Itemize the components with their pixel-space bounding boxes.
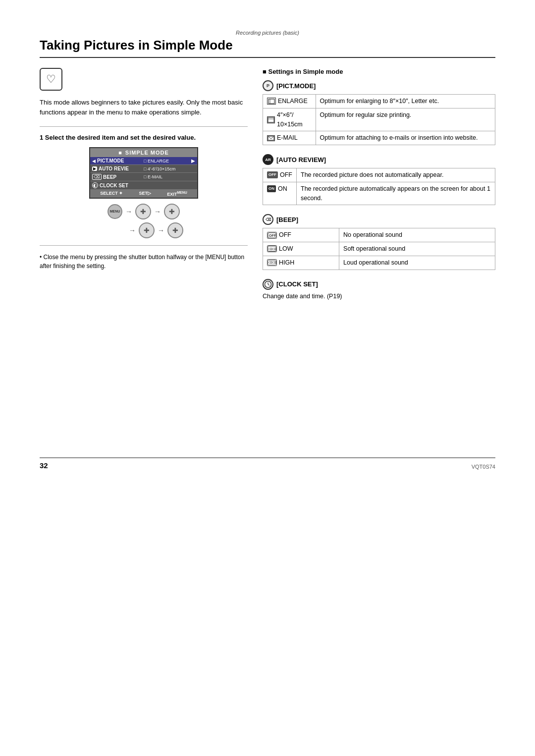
off-desc: The recorded picture does not automatica… [297, 168, 495, 182]
table-row: E-MAIL Optimum for attaching to e-mails … [263, 131, 495, 145]
close-note: • Close the menu by pressing the shutter… [40, 253, 248, 270]
beep-off-icon: OFF [267, 232, 277, 239]
section-pict-mode: P [PICT.MODE] ENLARGE [263, 80, 495, 145]
pict-mode-table: ENLARGE Optimum for enlarging to 8″×10″,… [263, 94, 495, 145]
print-cell: 4″×6″/10×15cm [263, 108, 316, 131]
beep-title: ⌫ [BEEP] [263, 214, 495, 225]
svg-line-13 [268, 284, 269, 285]
page-subtitle: Recording pictures (basic) [40, 30, 495, 36]
dpad-4[interactable]: ✚ [167, 222, 183, 238]
menu-title: ■SIMPLE MODE [90, 148, 197, 157]
beep-high-icon: ⌫⌫⌫ [267, 259, 277, 266]
menu-row-autoreview[interactable]: ▶ AUTO REVIE □ 4'-6'/10×15cm [90, 165, 197, 173]
menu-box: ■SIMPLE MODE ◀ PICT.MODE □ ENLARGE ▶ ▶ A… [89, 147, 198, 199]
arrow-3: → [129, 226, 136, 234]
section-auto-review: AR [AUTO REVIEW] OFF OFF The recorded pi… [263, 154, 495, 205]
print-desc: Optimum for regular size printing. [316, 108, 495, 131]
clock-icon [263, 279, 273, 290]
table-row: OFF OFF The recorded picture does not au… [263, 168, 495, 182]
table-row: 4″×6″/10×15cm Optimum for regular size p… [263, 108, 495, 131]
beep-table: OFF OFF No operational sound [263, 228, 495, 270]
beep-section-icon: ⌫ [263, 214, 273, 225]
email-cell: E-MAIL [263, 131, 316, 145]
section-clock-set: [CLOCK SET] Change date and time. (P19) [263, 279, 495, 300]
dpad-3[interactable]: ✚ [139, 222, 155, 238]
auto-review-table: OFF OFF The recorded picture does not au… [263, 168, 495, 205]
table-row: OFF OFF No operational sound [263, 228, 495, 242]
table-row: ⌫⌫ LOW Soft operational sound [263, 242, 495, 256]
right-column: ■ Settings in Simple mode P [PICT.MODE] [263, 68, 495, 309]
arrow-2: → [154, 208, 161, 216]
left-column: ♡ This mode allows beginners to take pic… [40, 68, 248, 270]
divider-1 [40, 126, 248, 127]
print-icon [267, 116, 275, 123]
heart-symbol: ♡ [46, 73, 56, 86]
menu-button[interactable]: MENU [107, 204, 122, 219]
beep-off-cell: OFF OFF [263, 228, 339, 242]
menu-row-beep[interactable]: ⌫ BEEP □ E-MAIL [90, 173, 197, 181]
pict-mode-title: P [PICT.MODE] [263, 80, 495, 91]
auto-review-title: AR [AUTO REVIEW] [263, 154, 495, 165]
menu-row-pictmode[interactable]: ◀ PICT.MODE □ ENLARGE ▶ [90, 157, 197, 165]
beep-off-desc: No operational sound [339, 228, 495, 242]
step-header: 1 Select the desired item and set the de… [40, 134, 248, 141]
svg-rect-2 [268, 117, 274, 122]
dpad-2[interactable]: ✚ [164, 204, 180, 219]
table-row: ⌫⌫⌫ HIGH Loud operational sound [263, 256, 495, 270]
table-row: ENLARGE Optimum for enlarging to 8″×10″,… [263, 95, 495, 108]
menu-row-clockset[interactable]: ◐ CLOCK SET [90, 181, 197, 190]
enlarge-desc: Optimum for enlarging to 8″×10″, Letter … [316, 95, 495, 108]
arrow-4: → [158, 226, 164, 234]
email-desc: Optimum for attaching to e-mails or inse… [316, 131, 495, 145]
pict-mode-icon: P [263, 80, 273, 91]
svg-text:⌫⌫⌫: ⌫⌫⌫ [268, 262, 276, 265]
off-badge: OFF [267, 171, 278, 178]
model-number: VQT0S74 [472, 464, 495, 470]
email-icon [267, 135, 275, 141]
auto-review-icon: AR [263, 154, 273, 165]
on-badge: ON [267, 185, 276, 192]
svg-text:OFF: OFF [269, 234, 276, 237]
nav-diagram: MENU → ✚ → ✚ → ✚ → ✚ [40, 204, 248, 238]
settings-header: ■ Settings in Simple mode [263, 68, 495, 75]
on-desc: The recorded picture automatically appea… [297, 182, 495, 205]
section-beep: ⌫ [BEEP] OFF OFF [263, 214, 495, 270]
beep-low-cell: ⌫⌫ LOW [263, 242, 339, 256]
enlarge-icon [267, 98, 276, 105]
beep-high-desc: Loud operational sound [339, 256, 495, 270]
page-footer: 32 VQT0S74 [40, 457, 495, 470]
beep-low-icon: ⌫⌫ [267, 245, 277, 252]
table-row: ON ON The recorded picture automatically… [263, 182, 495, 205]
menu-nav-bar: SELECT ✦ SET▷ EXITMENU [90, 190, 197, 198]
beep-low-desc: Soft operational sound [339, 242, 495, 256]
clock-note: Change date and time. (P19) [263, 293, 495, 300]
svg-rect-0 [268, 99, 274, 104]
simple-mode-icon: ♡ [40, 68, 62, 91]
beep-high-cell: ⌫⌫⌫ HIGH [263, 256, 339, 270]
page-number: 32 [40, 461, 48, 470]
clock-set-title: [CLOCK SET] [263, 279, 495, 290]
divider-2 [40, 245, 248, 246]
off-cell: OFF OFF [263, 168, 297, 182]
intro-text: This mode allows beginners to take pictu… [40, 98, 248, 117]
arrow-1: → [125, 208, 132, 216]
dpad-1[interactable]: ✚ [135, 204, 151, 219]
on-cell: ON ON [263, 182, 297, 205]
enlarge-cell: ENLARGE [263, 95, 316, 108]
page-title: Taking Pictures in Simple Mode [40, 38, 495, 58]
svg-text:⌫⌫: ⌫⌫ [268, 247, 276, 251]
